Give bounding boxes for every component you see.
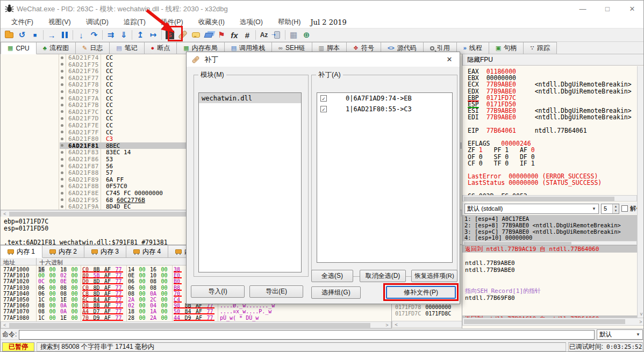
dialog-close-button[interactable]: ✕ — [441, 53, 457, 65]
scroll-right-icon[interactable]: > — [637, 318, 644, 325]
arg-count-stepper[interactable]: 5 ▲▼ — [601, 204, 619, 214]
patch-list-item[interactable]: ✓1|6AD21F80:55->C3 — [317, 104, 452, 114]
scroll-left-icon[interactable]: < — [392, 321, 400, 327]
breakpoint-dot-icon[interactable] — [61, 198, 63, 201]
memory-tab-4[interactable]: 内存 4 — [126, 245, 168, 258]
labels-icon[interactable] — [202, 29, 215, 41]
breakpoint-dot-icon[interactable] — [61, 76, 63, 79]
patch-file-button[interactable]: 修补文件(P) — [386, 286, 456, 299]
scroll-thumb[interactable] — [9, 323, 370, 328]
patch-list-item[interactable]: ✓0|6A7F1AD9:74->EB — [317, 93, 452, 104]
stack-row[interactable]: 0171FD7800000000 — [395, 304, 451, 310]
tab-线程[interactable]: »线程 — [457, 42, 489, 54]
info-line[interactable]: 指向SEH_Record[1]的指针 — [462, 288, 637, 294]
step-into-icon[interactable]: ↓ — [75, 29, 88, 41]
register-line[interactable]: EDI 77B9ABE0 <ntdll.DbgUiRemoteBreakin> — [468, 114, 632, 120]
memory-tab-3[interactable]: 内存 3 — [84, 245, 126, 258]
registers-hscrollbar[interactable] — [462, 195, 637, 202]
call-arg-line[interactable]: 4: [esp+10] 00000000 — [464, 235, 532, 241]
menu-item-2[interactable]: 调试(D) — [78, 17, 116, 28]
register-line[interactable]: EIP 77B64061 ntdll.77B64061 — [468, 127, 587, 134]
breakpoint-dot-icon[interactable] — [61, 205, 63, 208]
menu-item-1[interactable]: 视图(V) — [41, 17, 78, 28]
breakpoint-dot-icon[interactable] — [61, 138, 63, 140]
restart-icon[interactable]: ↺ — [16, 29, 28, 41]
breakpoint-dot-icon[interactable] — [61, 164, 63, 167]
register-list[interactable]: EAX 01186000EBX 00000000ECX 77B9ABE0 <nt… — [462, 66, 637, 195]
info-line[interactable]: ntdll.77B9ABE0 — [462, 260, 637, 267]
favourites-icon[interactable]: ⊕ — [300, 29, 313, 41]
breakpoint-dot-icon[interactable] — [61, 63, 63, 66]
scroll-down-icon[interactable]: v — [638, 310, 644, 318]
deselect-all-button[interactable]: 取消全选(D) — [360, 270, 406, 282]
patterns-icon[interactable]: # — [241, 29, 254, 41]
breakpoint-dot-icon[interactable] — [61, 131, 63, 133]
breakpoint-dot-icon[interactable] — [61, 151, 63, 154]
stack-hscrollbar[interactable]: < — [392, 321, 462, 328]
pick-groups-button[interactable]: 选择组(G) — [311, 286, 361, 299]
stack-info-panel[interactable]: 返回到 ntdll.77B9AC19 自 ntdll.77B64060ntdll… — [462, 245, 637, 318]
step-over-icon[interactable]: ↷ — [88, 29, 101, 41]
tab-句柄[interactable]: ▣句柄 — [489, 42, 524, 54]
menu-item-3[interactable]: 追踪(T) — [116, 17, 153, 28]
step-out-icon[interactable]: ⇓ — [117, 29, 130, 41]
breakpoint-dot-icon[interactable] — [61, 192, 63, 195]
info-line[interactable]: ntdll.77B9ABE0 — [462, 267, 637, 274]
calling-convention-select[interactable]: 默认 (stdcall) ▼ — [464, 204, 599, 214]
scroll-right-icon[interactable]: > — [383, 322, 391, 328]
breakpoint-dot-icon[interactable] — [61, 104, 63, 106]
unlock-checkbox[interactable] — [621, 205, 628, 212]
dialog-title-bar[interactable]: 补丁 — [187, 52, 460, 67]
maximize-button[interactable]: □ — [595, 1, 620, 17]
breakpoint-dot-icon[interactable] — [61, 56, 63, 59]
args-hscrollbar[interactable] — [462, 241, 637, 245]
breakpoint-dot-icon[interactable] — [61, 178, 63, 181]
tab-断点[interactable]: ●断点 — [145, 42, 177, 54]
breakpoint-dot-icon[interactable] — [61, 171, 63, 174]
register-line[interactable]: CF 0 TF 0 IF 1 — [468, 160, 535, 167]
command-input[interactable] — [19, 330, 595, 340]
scroll-left-icon[interactable]: < — [1, 211, 9, 217]
bookmarks-icon[interactable]: ⚑ — [215, 29, 228, 41]
tab-笔记[interactable]: ▤笔记 — [110, 42, 144, 54]
step-into-user-icon[interactable]: ↦ — [147, 29, 160, 41]
close-button[interactable]: ✕ — [620, 1, 644, 17]
execute-till-return-icon[interactable]: ⇉ — [104, 29, 117, 41]
memory-row[interactable]: 77AF107008000A00A4D7AF7718001A005084AF77… — [1, 308, 391, 314]
info-line[interactable]: ntdll.77B69F80 — [462, 294, 637, 301]
scroll-left-icon[interactable]: < — [1, 322, 9, 328]
memory-row[interactable]: 77AF10801C001E0070D9AF7728002A0044D9AF77… — [1, 315, 391, 321]
menu-item-6[interactable]: 选项(O) — [232, 17, 270, 28]
calculator-icon[interactable]: ▦ — [287, 29, 300, 41]
breakpoint-dot-icon[interactable] — [61, 110, 63, 113]
breakpoint-dot-icon[interactable] — [61, 70, 63, 73]
register-line[interactable]: LastStatus 00000000 (STATUS_SUCCESS) — [468, 179, 602, 186]
patch-checkbox[interactable]: ✓ — [320, 95, 327, 102]
module-list-item[interactable]: wechatwin.dll — [199, 93, 301, 103]
run-icon[interactable]: → — [45, 29, 58, 41]
menu-item-7[interactable]: 帮助(H) — [270, 17, 308, 28]
breakpoint-dot-icon[interactable] — [61, 185, 63, 188]
stop-icon[interactable]: ■ — [28, 29, 41, 41]
breakpoint-dot-icon[interactable] — [61, 117, 63, 120]
info-vscrollbar[interactable]: v — [637, 66, 644, 318]
memory-hscrollbar[interactable]: < > — [1, 321, 391, 328]
info-hscrollbar[interactable]: > — [462, 318, 644, 326]
tab-流程图[interactable]: ♣流程图 — [37, 42, 76, 54]
breakpoint-dot-icon[interactable] — [61, 124, 63, 127]
pause-icon[interactable] — [58, 29, 71, 41]
breakpoint-dot-icon[interactable] — [61, 158, 63, 161]
minimize-button[interactable]: — — [570, 1, 595, 17]
memory-tab-1[interactable]: 内存 1 — [1, 245, 42, 258]
attach-icon[interactable] — [270, 29, 283, 41]
menu-item-0[interactable]: 文件(F) — [4, 17, 41, 28]
stack-row[interactable]: 0171FD7C0171FD8C — [395, 311, 451, 317]
call-args-list[interactable]: 1: [esp+4] A0C17EEA2: [esp+8] 77B9ABE0 <… — [462, 215, 637, 241]
export-button[interactable]: 导出(E) — [249, 285, 303, 298]
functions-icon[interactable]: fx — [228, 29, 241, 41]
hide-fpu-button[interactable]: 隐藏FPU — [462, 54, 644, 66]
strings-icon[interactable]: Az — [257, 29, 270, 41]
comments-icon[interactable] — [189, 29, 202, 41]
command-profile-select[interactable]: 默认 ▼ — [597, 329, 643, 340]
info-line[interactable]: 返回到 ntdll.77B9AC19 自 ntdll.77B64060 — [462, 246, 637, 253]
